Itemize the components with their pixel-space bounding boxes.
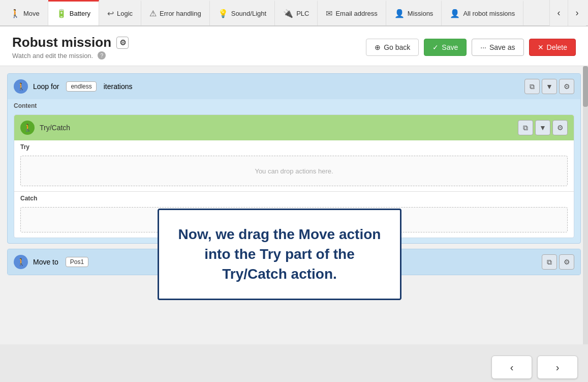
catch-section-label: Catch — [14, 191, 574, 204]
try-catch-actions: ⧉ ▼ ⚙ — [518, 120, 568, 135]
tab-move[interactable]: 🚶 Move — [2, 0, 48, 25]
callout-overlay: Now, we drag the Move action into the Tr… — [158, 209, 401, 300]
tab-plc-label: PLC — [296, 10, 309, 17]
try-catch-header: 🚶 Try/Catch ⧉ ▼ ⚙ — [14, 115, 574, 140]
page-header: Robust mission ⚙ Watch and edit the miss… — [0, 26, 588, 66]
move-copy-button[interactable]: ⧉ — [542, 254, 557, 270]
tab-email-label: Email address — [335, 10, 377, 17]
light-icon: 💡 — [218, 9, 228, 18]
mission-title-text: Robust mission — [12, 35, 111, 50]
subtitle-text: Watch and edit the mission. — [12, 52, 93, 60]
scroll-bar[interactable] — [583, 66, 588, 344]
save-button[interactable]: ✓ Save — [424, 39, 467, 56]
pos-badge: Pos1 — [66, 257, 88, 267]
try-drop-hint: You can drop actions here. — [255, 167, 333, 175]
page-title-area: Robust mission ⚙ Watch and edit the miss… — [12, 35, 129, 60]
try-drop-zone[interactable]: You can drop actions here. — [20, 156, 568, 186]
main-content: 🚶 Loop for endless iterations ⧉ ▼ ⚙ Cont… — [0, 66, 588, 344]
tab-missions-label: Missions — [408, 10, 434, 17]
loop-runner-icon: 🚶 — [14, 79, 28, 94]
loop-expand-button[interactable]: ▼ — [542, 79, 557, 94]
page-title: Robust mission ⚙ — [12, 35, 129, 50]
move-runner-icon: 🚶 — [14, 255, 28, 269]
endless-badge: endless — [66, 81, 96, 92]
content-label: Content — [8, 99, 580, 111]
tab-all-robot-missions[interactable]: 👤 All robot missions — [442, 0, 523, 25]
move-icon: 🚶 — [10, 9, 20, 18]
page-subtitle: Watch and edit the mission. ? — [12, 51, 129, 60]
tab-plc[interactable]: 🔌 PLC — [275, 0, 318, 25]
move-gear-button[interactable]: ⚙ — [559, 254, 574, 270]
tab-sound-light-label: Sound/Light — [231, 10, 266, 17]
loop-copy-button[interactable]: ⧉ — [524, 79, 540, 94]
email-icon: ✉ — [326, 9, 332, 18]
move-to-block-actions: ⧉ ⚙ — [542, 254, 574, 270]
try-section-label: Try — [14, 140, 574, 153]
save-as-label: Save as — [489, 43, 515, 51]
nav-next-arrow[interactable]: › — [568, 0, 586, 26]
missions-icon: 👤 — [394, 9, 405, 18]
bottom-next-button[interactable]: › — [537, 356, 578, 379]
loop-gear-button[interactable]: ⚙ — [559, 79, 574, 94]
warning-icon: ⚠ — [149, 9, 157, 18]
tab-sound-light[interactable]: 💡 Sound/Light — [210, 0, 275, 25]
plc-icon: 🔌 — [283, 9, 293, 18]
nav-prev-arrow[interactable]: ‹ — [549, 0, 568, 26]
settings-gear-icon[interactable]: ⚙ — [116, 37, 129, 49]
logic-icon: ↩ — [107, 9, 114, 18]
tab-email[interactable]: ✉ Email address — [318, 0, 386, 25]
help-icon[interactable]: ? — [98, 51, 106, 60]
all-missions-icon: 👤 — [450, 9, 460, 18]
delete-button[interactable]: ✕ Delete — [529, 39, 576, 56]
go-back-icon: ⊕ — [375, 43, 381, 51]
try-catch-runner-icon: 🚶 — [20, 121, 35, 135]
loop-label-suffix: iterations — [104, 82, 133, 91]
save-as-button[interactable]: ··· Save as — [472, 39, 523, 56]
bottom-bar: ‹ › — [0, 344, 588, 382]
save-label: Save — [442, 43, 458, 51]
loop-label-prefix: Loop for — [33, 82, 59, 91]
bottom-prev-icon: ‹ — [510, 362, 514, 373]
save-check-icon: ✓ — [432, 43, 439, 51]
battery-icon: 🔋 — [56, 9, 67, 18]
go-back-label: Go back — [384, 43, 410, 51]
bottom-next-icon: › — [556, 362, 560, 373]
top-nav: 🚶 Move 🔋 Battery ↩ Logic ⚠ Error handlin… — [0, 0, 588, 26]
tab-all-robot-missions-label: All robot missions — [463, 10, 515, 17]
try-catch-label: Try/Catch — [40, 124, 513, 132]
callout-text: Now, we drag the Move action into the Tr… — [175, 224, 384, 284]
loop-block-actions: ⧉ ▼ ⚙ — [524, 79, 574, 94]
loop-block-header: 🚶 Loop for endless iterations ⧉ ▼ ⚙ — [8, 74, 580, 99]
move-to-label-prefix: Move to — [33, 258, 58, 266]
tab-logic[interactable]: ↩ Logic — [99, 0, 141, 25]
tab-move-label: Move — [23, 10, 40, 17]
try-catch-expand-button[interactable]: ▼ — [535, 120, 550, 135]
scroll-thumb — [583, 66, 588, 107]
tab-missions[interactable]: 👤 Missions — [386, 0, 442, 25]
bottom-prev-button[interactable]: ‹ — [491, 356, 532, 379]
tab-battery-label: Battery — [70, 10, 90, 17]
delete-x-icon: ✕ — [538, 43, 544, 51]
tab-logic-label: Logic — [117, 10, 133, 17]
tab-battery[interactable]: 🔋 Battery — [48, 0, 99, 25]
delete-label: Delete — [547, 43, 567, 51]
go-back-button[interactable]: ⊕ Go back — [366, 39, 419, 56]
save-as-dots-icon: ··· — [480, 43, 486, 51]
try-catch-copy-button[interactable]: ⧉ — [518, 120, 533, 135]
header-actions: ⊕ Go back ✓ Save ··· Save as ✕ Delete — [366, 39, 576, 56]
nav-arrows: ‹ › — [549, 0, 586, 25]
tab-error-handling[interactable]: ⚠ Error handling — [141, 0, 210, 25]
tab-error-handling-label: Error handling — [160, 10, 201, 17]
try-catch-gear-button[interactable]: ⚙ — [552, 120, 568, 135]
